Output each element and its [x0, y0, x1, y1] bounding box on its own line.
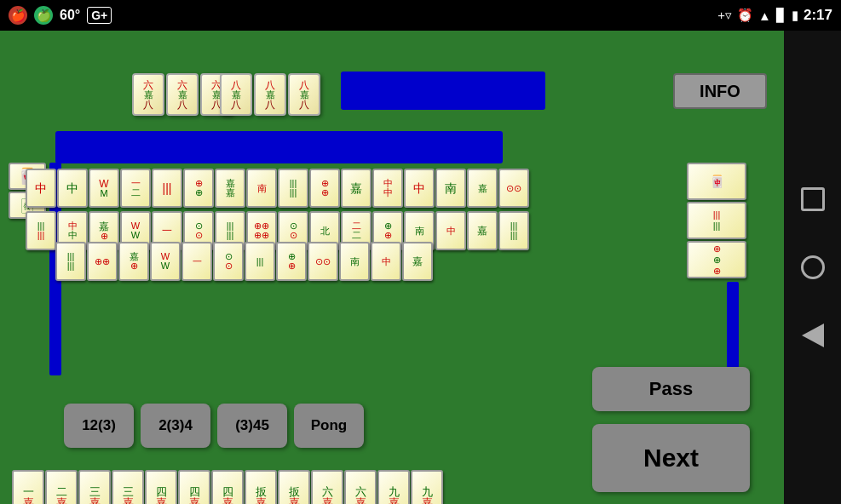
game-tile-r3-12[interactable]: 嘉: [402, 242, 433, 281]
top-tile-group1: 六嘉八 六嘉八 六嘉八: [132, 73, 233, 116]
bot-tile-11[interactable]: 六嘉: [344, 470, 377, 504]
btn-pong[interactable]: Pong: [294, 404, 364, 448]
game-tile-r3-11[interactable]: 中: [371, 242, 401, 281]
game-tile-r1-13[interactable]: 中: [404, 169, 435, 208]
game-tile-r1-2[interactable]: 中: [57, 169, 88, 208]
tile-top2-1: 八嘉八: [220, 73, 252, 116]
btn-345[interactable]: (3)45: [217, 404, 287, 448]
game-tile-r3-3[interactable]: 嘉⊕: [118, 242, 149, 281]
game-tile-r1-8[interactable]: 南: [246, 169, 277, 208]
game-tile-r2-1[interactable]: ||||||: [26, 211, 56, 250]
game-tile-r3-7[interactable]: |||: [245, 242, 275, 281]
tile-top2-3: 八嘉八: [288, 73, 320, 116]
bot-tile-3[interactable]: 三嘉: [78, 470, 111, 504]
game-tile-r1-15[interactable]: 嘉: [467, 169, 498, 208]
game-tile-r3-6[interactable]: ⊙⊙: [213, 242, 244, 281]
action-buttons: 12(3) 2(3)4 (3)45 Pong: [64, 404, 364, 448]
top-tile-group2: 八嘉八 八嘉八 八嘉八: [220, 73, 320, 116]
tile-row-main: 中 中 WM 一二 ||| ⊕⊕ 嘉嘉 南 |||||| ⊕⊕ 嘉 中中 中 南…: [26, 169, 529, 208]
bot-tile-7[interactable]: 四嘉: [211, 470, 244, 504]
game-tile-r1-10[interactable]: ⊕⊕: [309, 169, 340, 208]
btn-234[interactable]: 2(3)4: [141, 404, 210, 448]
game-tile-r2-14[interactable]: 中: [435, 211, 466, 250]
nav-circle-button[interactable]: [796, 250, 830, 284]
wifi-icon: ▲: [758, 9, 771, 23]
game-tile-r1-11[interactable]: 嘉: [341, 169, 372, 208]
game-tile-r2-15[interactable]: 嘉: [467, 211, 498, 250]
tile-top2-2: 八嘉八: [254, 73, 286, 116]
game-tile-r1-7[interactable]: 嘉嘉: [215, 169, 245, 208]
game-tile-r1-12[interactable]: 中中: [372, 169, 403, 208]
nav-bar: [784, 31, 841, 504]
time-display: 2:17: [804, 7, 832, 24]
bot-tile-4[interactable]: 三嘉: [112, 470, 144, 504]
battery-icon: ▮: [792, 8, 798, 23]
pass-button[interactable]: Pass: [592, 367, 750, 411]
temperature: 60°: [60, 8, 80, 23]
status-bar: 🍎 🍏 60° G+ +▿ ⏰ ▲ ▊ ▮ 2:17: [0, 0, 841, 31]
blue-strip-mid: [55, 131, 503, 163]
info-button[interactable]: INFO: [673, 73, 767, 109]
nav-square-button[interactable]: [796, 182, 830, 216]
game-tile-r1-16[interactable]: ⊙⊙: [498, 169, 529, 208]
right-tile-3: ⊕ ⊕ ⊕: [687, 241, 746, 278]
game-tile-r1-1[interactable]: 中: [26, 169, 56, 208]
bot-tile-9[interactable]: 扳嘉: [278, 470, 310, 504]
tile-top-2: 六嘉八: [166, 73, 199, 116]
game-area: INFO 六嘉八 六嘉八 六嘉八 八嘉八 八嘉八 八嘉八 🀄 🀅 中 中 WM …: [0, 31, 784, 504]
right-tile-1: 🀄: [687, 163, 746, 200]
tile-row-main3: |||||| ⊕⊕ 嘉⊕ WW 一 ⊙⊙ ||| ⊕⊕ ⊙⊙ 南 中 嘉: [55, 242, 433, 281]
game-tile-r1-4[interactable]: 一二: [120, 169, 151, 208]
nav-back-button[interactable]: [796, 318, 830, 352]
game-tile-r1-14[interactable]: 南: [435, 169, 466, 208]
bot-tile-5[interactable]: 四嘉: [145, 470, 177, 504]
gplus-icon: G+: [87, 7, 112, 24]
game-tile-r1-6[interactable]: ⊕⊕: [183, 169, 214, 208]
game-tile-r3-5[interactable]: 一: [181, 242, 212, 281]
bot-tile-8[interactable]: 扳嘉: [245, 470, 277, 504]
game-tile-r3-2[interactable]: ⊕⊕: [87, 242, 118, 281]
bot-tile-13[interactable]: 九嘉: [411, 470, 443, 504]
bot-tile-2[interactable]: 二嘉: [45, 470, 78, 504]
bot-tile-12[interactable]: 九嘉: [377, 470, 410, 504]
tile-top-1: 六嘉八: [132, 73, 164, 116]
clock-icon: ⏰: [737, 8, 753, 23]
game-tile-r1-5[interactable]: |||: [152, 169, 182, 208]
blue-strip-top: [341, 72, 545, 110]
bot-tile-1[interactable]: 一嘉: [12, 470, 44, 504]
game-tile-r3-10[interactable]: 南: [339, 242, 370, 281]
game-tile-r2-16[interactable]: ||||||: [498, 211, 529, 250]
app-icon-green: 🍏: [34, 6, 53, 25]
game-tile-r1-9[interactable]: ||||||: [278, 169, 308, 208]
bluetooth-icon: +▿: [717, 8, 732, 23]
bot-tile-10[interactable]: 六嘉: [311, 470, 343, 504]
game-tile-r3-8[interactable]: ⊕⊕: [276, 242, 307, 281]
game-tile-r3-4[interactable]: WW: [150, 242, 181, 281]
signal-icon: ▊: [776, 8, 786, 23]
game-tile-r1-3[interactable]: WM: [89, 169, 119, 208]
bot-tile-6[interactable]: 四嘉: [178, 470, 210, 504]
right-tiles: 🀄 ||| ||| ⊕ ⊕ ⊕: [687, 163, 746, 278]
game-tile-r3-9[interactable]: ⊙⊙: [308, 242, 338, 281]
right-tile-2: ||| |||: [687, 202, 746, 239]
app-icon-apple: 🍎: [9, 6, 27, 25]
next-button[interactable]: Next: [592, 424, 750, 492]
bottom-tile-row: 一嘉 二嘉 三嘉 三嘉 四嘉 四嘉 四嘉 扳嘉 扳嘉 六嘉 六嘉 九嘉 九嘉: [12, 470, 443, 504]
game-tile-r3-1[interactable]: ||||||: [55, 242, 86, 281]
btn-123[interactable]: 12(3): [64, 404, 134, 448]
